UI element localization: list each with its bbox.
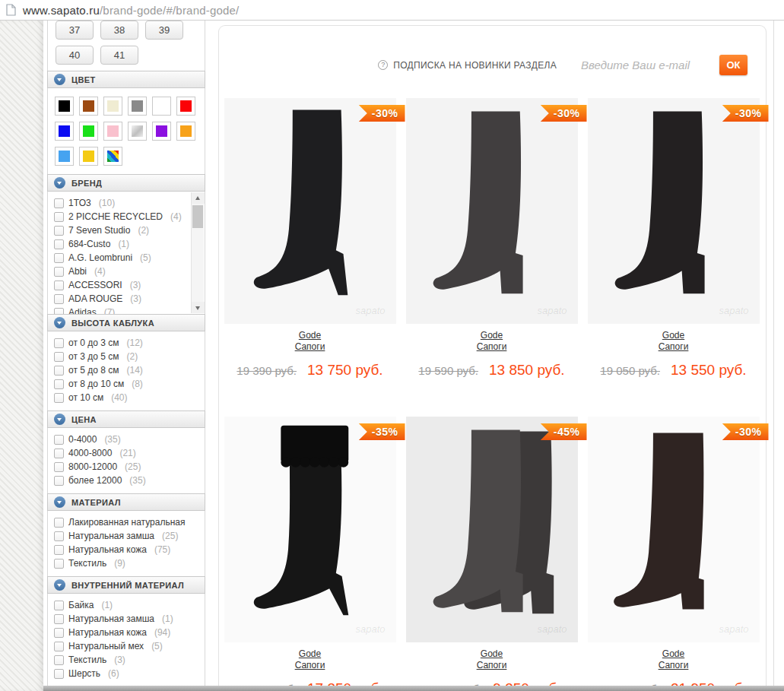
checkbox[interactable] — [54, 226, 64, 236]
product-type-link[interactable]: Сапоги — [477, 341, 507, 353]
help-icon[interactable]: ? — [378, 60, 388, 70]
checkbox[interactable] — [54, 601, 64, 610]
product-card[interactable]: -30% sapato Gode Сапоги 31 900 руб. 21 9… — [582, 417, 764, 691]
filter-option[interactable]: от 5 до 8 см (14) — [54, 363, 198, 377]
product-card[interactable]: -45% sapato Gode Сапоги 17 000 руб. 9 35… — [401, 417, 582, 691]
filter-option[interactable]: 0-4000 (35) — [54, 433, 198, 446]
checkbox[interactable] — [54, 212, 64, 222]
chevron-down-icon[interactable] — [54, 579, 65, 591]
scroll-up-icon[interactable] — [192, 192, 205, 204]
filter-option[interactable]: от 0 до 3 см (12) — [54, 336, 198, 350]
checkbox[interactable] — [54, 379, 64, 389]
chevron-down-icon[interactable] — [54, 496, 65, 508]
size-button[interactable]: 37 — [56, 21, 94, 40]
filter-option[interactable]: более 12000 (35) — [54, 474, 198, 487]
checkbox[interactable] — [54, 198, 64, 208]
filter-option[interactable]: от 10 см (40) — [54, 391, 198, 404]
filter-option[interactable]: ACCESSORI (3) — [54, 278, 188, 292]
color-swatch-gray[interactable] — [128, 97, 147, 116]
filter-option[interactable]: A.G. Leombruni (5) — [54, 251, 188, 265]
checkbox[interactable] — [54, 239, 64, 249]
product-type-link[interactable]: Сапоги — [477, 660, 507, 671]
checkbox[interactable] — [54, 476, 64, 486]
product-brand-link[interactable]: Gode — [662, 330, 684, 341]
checkbox[interactable] — [54, 338, 64, 348]
product-image[interactable]: -30% sapato — [224, 98, 396, 324]
product-card[interactable]: -30% sapato Gode Сапоги 19 050 руб. 13 5… — [582, 98, 764, 379]
checkbox[interactable] — [54, 253, 64, 263]
color-swatch-orange[interactable] — [176, 122, 195, 141]
filter-option[interactable]: Abbi (4) — [54, 265, 188, 278]
color-swatch-red[interactable] — [176, 97, 195, 116]
checkbox[interactable] — [54, 462, 64, 472]
color-swatch-multicolor[interactable] — [103, 147, 122, 166]
scrollbar-thumb[interactable] — [192, 205, 203, 228]
product-brand-link[interactable]: Gode — [299, 330, 321, 341]
color-swatch-light-blue[interactable] — [55, 147, 74, 166]
product-type-link[interactable]: Сапоги — [659, 341, 689, 353]
checkbox[interactable] — [54, 294, 64, 304]
section-header-brand[interactable]: БРЕНД — [47, 174, 205, 192]
filter-option[interactable]: 4000-8000 (21) — [54, 446, 198, 460]
checkbox[interactable] — [54, 545, 64, 555]
filter-option[interactable]: 1TO3 (10) — [54, 196, 188, 210]
filter-option[interactable]: 684-Custo (1) — [54, 237, 188, 251]
color-swatch-yellow[interactable] — [79, 147, 98, 166]
checkbox[interactable] — [54, 628, 64, 638]
color-swatch-purple[interactable] — [152, 122, 171, 141]
address-bar[interactable]: www.sapato.ru/brand-gode/#/brand-gode/ — [0, 0, 784, 21]
color-swatch-silver[interactable] — [128, 122, 147, 141]
product-card[interactable]: -30% sapato Gode Сапоги 19 590 руб. 13 8… — [401, 98, 582, 379]
section-header-heel[interactable]: ВЫСОТА КАБЛУКА — [47, 314, 205, 331]
chevron-down-icon[interactable] — [54, 317, 65, 328]
product-image[interactable]: -30% sapato — [588, 98, 760, 324]
url-text[interactable]: www.sapato.ru/brand-gode/#/brand-gode/ — [23, 4, 239, 17]
filter-option[interactable]: 8000-12000 (25) — [54, 460, 198, 474]
checkbox[interactable] — [54, 614, 64, 624]
filter-option[interactable]: Натуральная кожа (94) — [54, 626, 198, 639]
checkbox[interactable] — [54, 669, 64, 679]
filter-option[interactable]: Натуральная замша (1) — [54, 612, 198, 626]
product-type-link[interactable]: Сапоги — [295, 341, 325, 353]
email-input[interactable] — [581, 55, 709, 75]
product-brand-link[interactable]: Gode — [481, 330, 503, 341]
color-swatch-brown[interactable] — [79, 97, 98, 116]
checkbox[interactable] — [54, 518, 64, 528]
size-button[interactable]: 41 — [100, 46, 138, 65]
product-type-link[interactable]: Сапоги — [295, 660, 325, 671]
color-swatch-white[interactable] — [152, 97, 171, 116]
filter-option[interactable]: 7 Seven Studio (2) — [54, 223, 188, 237]
filter-option[interactable]: Текстиль (3) — [54, 653, 198, 667]
subscribe-ok-button[interactable]: ОК — [719, 55, 747, 75]
product-image[interactable]: -30% sapato — [588, 417, 760, 642]
checkbox[interactable] — [54, 449, 64, 458]
product-card[interactable]: -35% sapato Gode Сапоги 26 400 руб. 17 3… — [219, 417, 401, 691]
filter-option[interactable]: от 3 до 5 см (2) — [54, 350, 198, 363]
section-header-price[interactable]: ЦЕНА — [47, 410, 205, 428]
brand-scrollbar[interactable] — [191, 192, 204, 313]
size-button[interactable]: 38 — [100, 21, 138, 40]
product-brand-link[interactable]: Gode — [481, 648, 503, 660]
product-brand-link[interactable]: Gode — [299, 648, 321, 660]
product-brand-link[interactable]: Gode — [662, 648, 684, 660]
product-type-link[interactable]: Сапоги — [659, 660, 689, 671]
section-header-material[interactable]: МАТЕРИАЛ — [47, 493, 205, 511]
checkbox[interactable] — [54, 559, 64, 569]
color-swatch-blue[interactable] — [55, 122, 74, 141]
checkbox[interactable] — [54, 531, 64, 541]
checkbox[interactable] — [54, 281, 64, 290]
color-swatch-black[interactable] — [55, 97, 74, 116]
checkbox[interactable] — [54, 655, 64, 665]
checkbox[interactable] — [54, 435, 64, 445]
color-swatch-green[interactable] — [79, 122, 98, 141]
section-header-color[interactable]: ЦВЕТ — [47, 71, 205, 88]
checkbox[interactable] — [54, 267, 64, 277]
filter-option[interactable]: Шерсть (6) — [54, 667, 198, 680]
product-image[interactable]: -45% sapato — [406, 417, 578, 642]
filter-option[interactable]: Натуральная замша (25) — [54, 529, 198, 543]
chevron-down-icon[interactable] — [54, 414, 65, 425]
filter-option[interactable]: ADA ROUGE (3) — [54, 292, 188, 306]
section-header-inner-material[interactable]: ВНУТРЕННИЙ МАТЕРИАЛ — [47, 576, 205, 594]
size-button[interactable]: 40 — [56, 46, 94, 65]
product-image[interactable]: -30% sapato — [406, 98, 578, 324]
